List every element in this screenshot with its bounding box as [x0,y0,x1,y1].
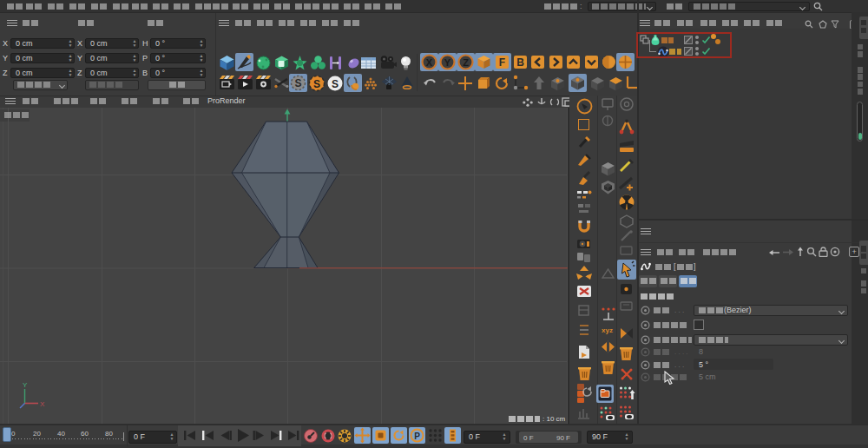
svg-text:P: P [414,432,420,441]
svg-text:X: X [40,400,45,408]
svg-text:Y: Y [444,57,451,68]
svg-text:F: F [499,56,505,69]
svg-text:S: S [294,77,301,89]
svg-text:Y: Y [23,381,28,389]
svg-text:S: S [332,78,339,90]
svg-text:B: B [516,56,524,69]
svg-text:X: X [426,57,433,68]
svg-text:Z: Z [463,57,469,68]
svg-text:S: S [313,78,320,90]
